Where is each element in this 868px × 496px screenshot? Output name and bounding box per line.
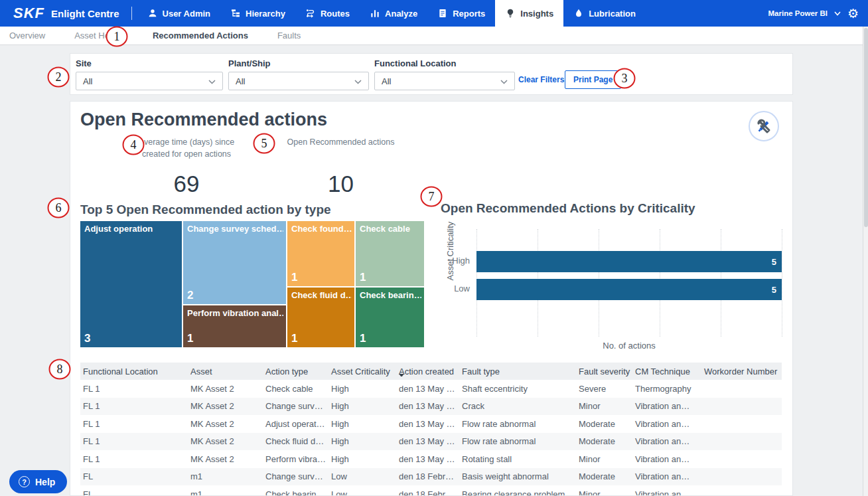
column-header-functional-location[interactable]: Functional Location: [80, 367, 188, 376]
table-cell: High: [328, 384, 396, 394]
treemap-tile-label: Adjust operation: [84, 224, 179, 234]
filter-bar: Clear Filters Print Page SiteAllPlant/Sh…: [70, 53, 793, 95]
dropdown-value: All: [83, 76, 92, 86]
bar-row-high: High5: [476, 251, 782, 272]
tab-overview[interactable]: Overview: [9, 31, 45, 41]
table-row[interactable]: FLm1Check bearin…Lowden 18 FebrBearing c…: [80, 485, 782, 496]
filter-functional-location-dropdown[interactable]: All: [374, 72, 515, 90]
treemap-tile-value: 1: [291, 271, 297, 284]
wrench-screwdriver-icon[interactable]: [749, 111, 779, 141]
treemap-tile-label: Check found…: [291, 224, 352, 234]
treemap-tile-value: 2: [187, 289, 193, 302]
treemap-tile-check-fluid-d[interactable]: Check fluid d…1: [287, 288, 354, 347]
nav-item-reports[interactable]: Reports: [427, 0, 495, 27]
annotation-circle-1: 1: [106, 27, 128, 47]
nav-item-hierarchy[interactable]: Hierarchy: [220, 0, 295, 27]
treemap-tile-change-survey-sched[interactable]: Change survey sched…2: [183, 221, 286, 304]
table-cell: Rotating stall: [459, 454, 576, 464]
filter-plant-ship-dropdown[interactable]: All: [228, 72, 369, 90]
treemap-tile-perform-vibration-anal[interactable]: Perform vibration anal…1: [183, 305, 286, 347]
nav-item-analyze[interactable]: Analyze: [360, 0, 427, 27]
table-cell: FL 1: [80, 384, 188, 394]
column-header-asset-criticality[interactable]: Asset Criticality: [328, 367, 396, 376]
kpi-value: 69: [127, 171, 246, 197]
treemap-tile-adjust-operation[interactable]: Adjust operation3: [80, 221, 182, 347]
table-cell: Change surv…: [263, 471, 328, 481]
enlight-centre-page: SKF Enlight Centre User AdminHierarchyRo…: [0, 0, 868, 496]
table-cell: den 13 May …: [396, 401, 459, 411]
nav-item-user-admin[interactable]: User Admin: [137, 0, 220, 27]
table-cell: Minor: [576, 489, 632, 496]
analyze-icon: [370, 8, 380, 19]
nav-item-routes[interactable]: Routes: [295, 0, 360, 27]
table-cell: FL: [80, 471, 188, 481]
help-button[interactable]: ? Help: [9, 470, 67, 493]
bar-chart-plot: High5Low5: [476, 229, 782, 337]
table-row[interactable]: FL 1MK Asset 2Adjust operat…Highden 13 M…: [80, 415, 782, 433]
column-header-action-created[interactable]: Action created: [396, 367, 459, 376]
nav-item-label: Lubrication: [589, 9, 636, 19]
column-header-fault-severity[interactable]: Fault severity: [576, 367, 632, 376]
table-cell: MK Asset 2: [188, 401, 263, 411]
filter-site-dropdown[interactable]: All: [76, 72, 223, 90]
treemap-tile-check-cable[interactable]: Check cable1: [356, 221, 424, 286]
filter-label: Site: [76, 58, 223, 68]
table-cell: Vibration an…: [632, 454, 701, 464]
table-cell: FL 1: [80, 401, 188, 411]
column-header-cm-technique[interactable]: CM Technique: [632, 367, 701, 376]
table-row[interactable]: FL 1MK Asset 2Check cableHighden 13 May …: [80, 380, 782, 398]
treemap-tile-check-bearin[interactable]: Check bearin…1: [356, 288, 424, 347]
nav-item-lubrication[interactable]: Lubrication: [563, 0, 646, 27]
annotation-circle-7: 7: [421, 187, 443, 207]
print-page-button[interactable]: Print Page: [565, 70, 621, 89]
clear-filters-link[interactable]: Clear Filters: [518, 75, 564, 84]
table-cell: High: [328, 419, 396, 429]
treemap-tile-value: 3: [84, 332, 90, 345]
bar-high[interactable]: 5: [476, 251, 782, 272]
table-cell: Change surv…: [263, 401, 328, 411]
table-row[interactable]: FL 1MK Asset 2Change surv…Highden 13 May…: [80, 398, 782, 416]
kpi-value: 10: [266, 171, 415, 197]
table-cell: MK Asset 2: [188, 436, 263, 446]
bar-category-label: High: [452, 256, 470, 266]
table-cell: Severe: [576, 384, 632, 394]
bar-low[interactable]: 5: [476, 279, 782, 300]
column-header-fault-type[interactable]: Fault type: [459, 367, 576, 376]
chevron-down-icon[interactable]: [834, 11, 841, 16]
table-cell: den 13 May …: [396, 384, 459, 394]
filter-plant-ship: Plant/ShipAll: [228, 58, 369, 90]
kpi-label: Average time (days) since created for op…: [127, 136, 246, 160]
column-header-label: Action type: [265, 367, 308, 376]
bar-row-low: Low5: [476, 279, 782, 300]
table-cell: High: [328, 401, 396, 411]
column-header-workorder-number[interactable]: Workorder Number: [701, 367, 782, 376]
nav-item-insights[interactable]: Insights: [495, 0, 563, 27]
hierarchy-icon: [230, 8, 241, 19]
column-header-action-type[interactable]: Action type: [263, 367, 328, 376]
insights-subtabs: OverviewAsset HealthRecommended ActionsF…: [0, 27, 868, 45]
nav-item-label: Analyze: [385, 9, 417, 19]
nav-item-label: Reports: [453, 9, 485, 19]
table-cell: Flow rate abnormal: [459, 419, 576, 429]
treemap-tile-label: Check cable: [360, 224, 421, 234]
page-scrollbar[interactable]: [863, 27, 868, 496]
tab-recommended-actions[interactable]: Recommended Actions: [153, 31, 248, 41]
table-cell: m1: [188, 471, 263, 481]
table-cell: FL 1: [80, 436, 188, 446]
workspace-selector[interactable]: Marine Power BI: [768, 9, 827, 17]
table-row[interactable]: FL 1MK Asset 2Check fluid d…Highden 13 M…: [80, 433, 782, 451]
table-row[interactable]: FLm1Change surv…Lowden 18 Febr…Basis wei…: [80, 468, 782, 486]
brand: SKF Enlight Centre: [0, 0, 126, 27]
table-cell: Shaft eccentricity: [459, 384, 576, 394]
filter-label: Functional Location: [374, 58, 515, 68]
table-row[interactable]: FL 1MK Asset 2Perform vibra…Highden 13 M…: [80, 450, 782, 468]
gear-icon[interactable]: ⚙: [847, 7, 859, 20]
nav-item-label: Insights: [520, 9, 553, 19]
column-header-asset[interactable]: Asset: [188, 367, 263, 376]
filter-site: SiteAll: [76, 58, 223, 90]
table-cell: Minor: [576, 401, 632, 411]
reports-icon: [437, 8, 448, 19]
top-nav: SKF Enlight Centre User AdminHierarchyRo…: [0, 0, 868, 27]
treemap-tile-check-found[interactable]: Check found…1: [287, 221, 354, 286]
tab-faults[interactable]: Faults: [277, 31, 301, 41]
